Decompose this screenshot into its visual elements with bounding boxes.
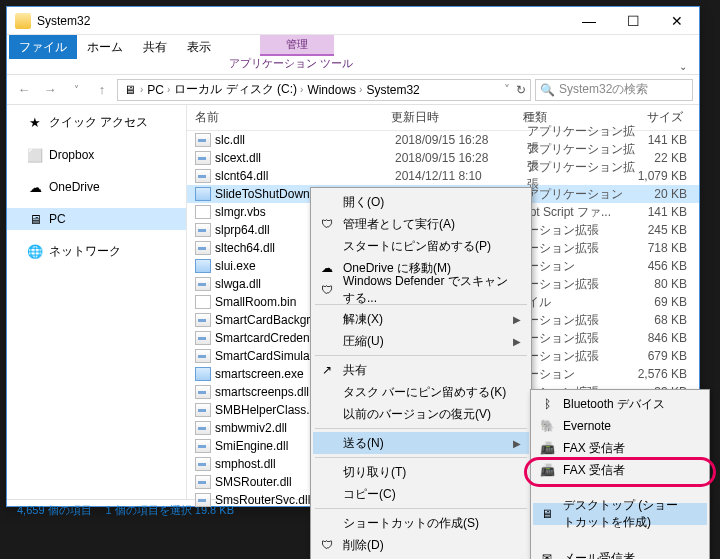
file-size: 68 KB <box>635 313 699 327</box>
send-to-item[interactable]: 📠 FAX 受信者 <box>533 459 707 481</box>
breadcrumb[interactable]: ローカル ディスク (C:)› <box>172 81 305 98</box>
menu-item-label: スタートにピン留めする(P) <box>343 238 491 255</box>
menu-item-label: 切り取り(T) <box>343 464 406 481</box>
tab-file[interactable]: ファイル <box>9 35 77 59</box>
menu-item-icon: ᛒ <box>539 396 555 412</box>
file-name: slcnt64.dll <box>215 169 395 183</box>
send-to-item[interactable]: 🖥 デスクトップ (ショートカットを作成) <box>533 503 707 525</box>
sidebar-item-dropbox[interactable]: ⬜Dropbox <box>7 144 186 166</box>
breadcrumb[interactable]: System32 <box>364 83 421 97</box>
nav-back-button[interactable]: ← <box>13 79 35 101</box>
menu-item-icon: 🛡 <box>319 216 335 232</box>
menu-item-label: タスク バーにピン留めする(K) <box>343 384 506 401</box>
context-menu-item[interactable]: スタートにピン留めする(P) <box>313 235 529 257</box>
context-menu-item[interactable]: タスク バーにピン留めする(K) <box>313 381 529 403</box>
menu-item-icon: ✉ <box>539 550 555 559</box>
tab-share[interactable]: 共有 <box>133 35 177 59</box>
menu-item-icon <box>539 528 555 544</box>
tab-home[interactable]: ホーム <box>77 35 133 59</box>
file-name: slcext.dll <box>215 151 395 165</box>
context-menu-item[interactable]: 圧縮(U)▶ <box>313 330 529 352</box>
context-menu-item[interactable]: ↗共有 <box>313 359 529 381</box>
minimize-button[interactable]: — <box>567 7 611 35</box>
sidebar-item-onedrive[interactable]: ☁OneDrive <box>7 176 186 198</box>
context-menu-item[interactable]: 以前のバージョンの復元(V) <box>313 403 529 425</box>
nav-up-button[interactable]: ↑ <box>91 79 113 101</box>
address-dropdown-button[interactable]: ˅ <box>504 83 510 97</box>
file-date: 2018/09/15 16:28 <box>395 133 527 147</box>
address-bar[interactable]: 🖥 › PC› ローカル ディスク (C:)› Windows› System3… <box>117 79 531 101</box>
menu-item-label: 削除(D) <box>343 537 384 554</box>
navigation-pane[interactable]: ★クイック アクセス ⬜Dropbox ☁OneDrive 🖥PC 🌐ネットワー… <box>7 105 187 499</box>
nav-forward-button[interactable]: → <box>39 79 61 101</box>
pc-icon: 🖥 <box>122 83 138 97</box>
close-button[interactable]: ✕ <box>655 7 699 35</box>
menu-item-label: Bluetooth デバイス <box>563 396 665 413</box>
menu-item-icon <box>539 484 555 500</box>
context-menu-item[interactable]: 開く(O) <box>313 191 529 213</box>
file-row[interactable]: slcnt64.dll 2014/12/11 8:10 アプリケーション拡張 1… <box>187 167 699 185</box>
file-icon <box>195 349 211 363</box>
tab-view[interactable]: 表示 <box>177 35 221 59</box>
file-type: ーション拡張 <box>527 312 635 329</box>
send-to-item[interactable]: ✉ メール受信者 <box>533 547 707 559</box>
file-icon <box>195 133 211 147</box>
tab-contextual-manage[interactable]: 管理 <box>260 35 334 56</box>
sidebar-item-pc[interactable]: 🖥PC <box>7 208 186 230</box>
menu-item-icon: ☁ <box>319 260 335 276</box>
search-icon: 🔍 <box>540 83 555 97</box>
context-menu-item[interactable]: 切り取り(T) <box>313 461 529 483</box>
send-to-item[interactable] <box>533 525 707 547</box>
item-count: 4,659 個の項目 <box>17 503 92 518</box>
nav-history-button[interactable]: ˅ <box>65 79 87 101</box>
sidebar-item-quick-access[interactable]: ★クイック アクセス <box>7 111 186 134</box>
send-to-submenu[interactable]: ᛒ Bluetooth デバイス🐘 Evernote📠 FAX 受信者📠 FAX… <box>530 389 710 559</box>
context-menu-item[interactable]: コピー(C) <box>313 483 529 505</box>
column-size[interactable]: サイズ <box>631 109 695 126</box>
maximize-button[interactable]: ☐ <box>611 7 655 35</box>
menu-item-icon: 🛡 <box>319 282 335 298</box>
file-icon <box>195 295 211 309</box>
menu-item-icon: ↗ <box>319 362 335 378</box>
send-to-item[interactable]: 📠 FAX 受信者 <box>533 437 707 459</box>
menu-item-label: 圧縮(U) <box>343 333 384 350</box>
menu-item-icon: 📠 <box>539 462 555 478</box>
breadcrumb[interactable]: Windows› <box>305 83 364 97</box>
file-size: 245 KB <box>635 223 699 237</box>
file-icon <box>195 385 211 399</box>
search-input[interactable]: 🔍 System32の検索 <box>535 79 693 101</box>
context-menu-item[interactable]: ショートカットの作成(S) <box>313 512 529 534</box>
send-to-item[interactable]: 🐘 Evernote <box>533 415 707 437</box>
column-name[interactable]: 名前 <box>187 109 391 126</box>
menu-item-icon: 🐘 <box>539 418 555 434</box>
menu-item-label: Windows Defender でスキャンする... <box>343 273 511 307</box>
file-size: 141 KB <box>635 133 699 147</box>
address-row: ← → ˅ ↑ 🖥 › PC› ローカル ディスク (C:)› Windows›… <box>7 75 699 105</box>
menu-item-label: 開く(O) <box>343 194 384 211</box>
file-type: ーション拡張 <box>527 330 635 347</box>
context-menu-item[interactable]: 送る(N)▶ <box>313 432 529 454</box>
context-menu[interactable]: 開く(O)🛡管理者として実行(A)スタートにピン留めする(P)☁OneDrive… <box>310 187 532 559</box>
breadcrumb[interactable]: PC› <box>145 83 172 97</box>
window-title: System32 <box>37 14 567 28</box>
context-menu-item[interactable]: 🛡Windows Defender でスキャンする... <box>313 279 529 301</box>
file-type: ーション拡張 <box>527 348 635 365</box>
menu-item-label: FAX 受信者 <box>563 440 625 457</box>
context-menu-item[interactable]: 🛡管理者として実行(A) <box>313 213 529 235</box>
star-icon: ★ <box>27 115 43 131</box>
tab-app-tools[interactable]: アプリケーション ツール <box>221 54 361 73</box>
file-name: slc.dll <box>215 133 395 147</box>
file-icon <box>195 223 211 237</box>
column-date[interactable]: 更新日時 <box>391 109 523 126</box>
title-bar[interactable]: System32 — ☐ ✕ <box>7 7 699 35</box>
menu-item-label: 解凍(X) <box>343 311 383 328</box>
menu-item-icon: 🛡 <box>319 537 335 553</box>
file-icon <box>195 205 211 219</box>
file-icon <box>195 403 211 417</box>
context-menu-item[interactable]: 解凍(X)▶ <box>313 308 529 330</box>
send-to-item[interactable]: ᛒ Bluetooth デバイス <box>533 393 707 415</box>
context-menu-item[interactable]: 🛡削除(D) <box>313 534 529 556</box>
file-type: ーション拡張 <box>527 276 635 293</box>
refresh-button[interactable]: ↻ <box>516 83 526 97</box>
sidebar-item-network[interactable]: 🌐ネットワーク <box>7 240 186 263</box>
